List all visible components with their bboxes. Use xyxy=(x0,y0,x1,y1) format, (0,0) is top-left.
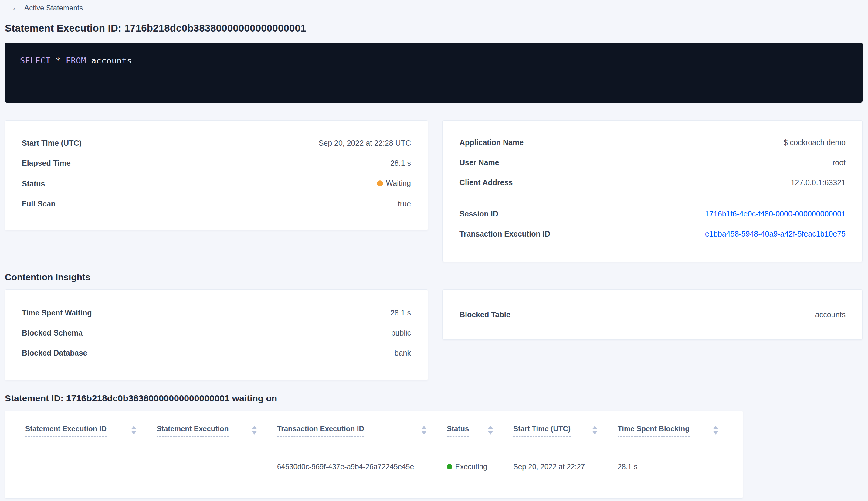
waiting-on-table: Statement Execution ID Statement Executi… xyxy=(5,411,743,499)
time-spent-waiting-label: Time Spent Waiting xyxy=(22,309,92,317)
blocked-schema-value: public xyxy=(391,329,411,337)
status-label: Status xyxy=(22,180,45,188)
contention-row-blocked-schema: Blocked Schema public xyxy=(22,329,411,337)
status-value: Waiting xyxy=(386,180,411,187)
application-name-label: Application Name xyxy=(459,139,523,146)
contention-insights-heading: Contention Insights xyxy=(5,272,862,283)
sort-icon xyxy=(488,425,493,435)
status-waiting-dot-icon xyxy=(377,180,383,186)
column-header-label: Transaction Execution ID xyxy=(277,425,364,437)
user-name-label: User Name xyxy=(459,159,499,167)
cell-start-time: Sep 20, 2022 at 22:27 xyxy=(505,462,610,471)
sql-keyword-select: SELECT xyxy=(20,56,51,65)
back-link-label: Active Statements xyxy=(24,4,83,12)
session-row-session-id: Session ID 1716b1f6-4e0c-f480-0000-00000… xyxy=(459,210,846,218)
blocked-table-value: accounts xyxy=(815,311,846,319)
back-link-active-statements[interactable]: ← Active Statements xyxy=(12,4,83,12)
session-id-link[interactable]: 1716b1f6-4e0c-f480-0000-000000000001 xyxy=(705,210,846,218)
column-header-label: Statement Execution ID xyxy=(25,425,107,437)
user-name-value: root xyxy=(833,159,846,167)
full-scan-label: Full Scan xyxy=(22,200,56,208)
column-header-statement-execution-id[interactable]: Statement Execution ID xyxy=(17,425,149,445)
column-header-label: Status xyxy=(447,425,469,437)
column-header-label: Statement Execution xyxy=(156,425,229,437)
cell-status-value: Executing xyxy=(455,462,487,471)
overview-row-full-scan: Full Scan true xyxy=(22,200,411,208)
contention-left-card: Time Spent Waiting 28.1 s Blocked Schema… xyxy=(5,289,428,381)
full-scan-value: true xyxy=(398,200,411,208)
column-header-transaction-execution-id[interactable]: Transaction Execution ID xyxy=(269,425,439,445)
table-row: 64530d0c-969f-437e-a9b4-26a72245e45e Exe… xyxy=(17,446,730,488)
blocked-database-label: Blocked Database xyxy=(22,349,87,357)
client-address-value: 127.0.0.1:63321 xyxy=(791,179,846,186)
sql-star: * xyxy=(51,56,66,65)
start-time-label: Start Time (UTC) xyxy=(22,139,82,147)
status-badge: Waiting xyxy=(377,180,411,187)
overview-row-elapsed-time: Elapsed Time 28.1 s xyxy=(22,159,411,167)
sort-icon xyxy=(713,425,718,435)
column-header-label: Time Spent Blocking xyxy=(618,425,690,437)
session-card-divider xyxy=(459,199,846,199)
session-row-application-name: Application Name $ cockroach demo xyxy=(459,139,846,146)
transaction-execution-id-label: Transaction Execution ID xyxy=(459,230,550,238)
blocked-table-label: Blocked Table xyxy=(459,311,510,319)
blocked-schema-label: Blocked Schema xyxy=(22,329,83,337)
back-arrow-icon: ← xyxy=(12,4,20,12)
sort-icon xyxy=(252,425,257,435)
column-header-status[interactable]: Status xyxy=(439,425,505,445)
application-name-value: $ cockroach demo xyxy=(784,139,846,146)
client-address-label: Client Address xyxy=(459,179,513,186)
time-spent-waiting-value: 28.1 s xyxy=(390,309,411,317)
cell-status: Executing xyxy=(439,462,505,471)
transaction-execution-id-link[interactable]: e1bba458-5948-40a9-a42f-5feac1b10e75 xyxy=(705,230,846,238)
sort-icon xyxy=(131,425,137,435)
session-row-transaction-execution-id: Transaction Execution ID e1bba458-5948-4… xyxy=(459,230,846,238)
sort-icon xyxy=(421,425,427,435)
column-header-time-spent-blocking[interactable]: Time Spent Blocking xyxy=(610,425,730,445)
sql-statement-box: SELECT * FROM accounts xyxy=(5,43,862,103)
waiting-table-header-row: Statement Execution ID Statement Executi… xyxy=(17,411,730,446)
contention-row-blocked-database: Blocked Database bank xyxy=(22,349,411,357)
overview-card: Start Time (UTC) Sep 20, 2022 at 22:28 U… xyxy=(5,120,428,231)
column-header-label: Start Time (UTC) xyxy=(513,425,571,437)
page-title: Statement Execution ID: 1716b218dc0b3838… xyxy=(5,22,862,34)
column-header-statement-execution[interactable]: Statement Execution xyxy=(149,425,269,445)
contention-right-card: Blocked Table accounts xyxy=(443,289,862,340)
elapsed-time-value: 28.1 s xyxy=(390,159,411,167)
column-header-start-time[interactable]: Start Time (UTC) xyxy=(505,425,610,445)
session-card: Application Name $ cockroach demo User N… xyxy=(443,120,862,262)
overview-row-status: Status Waiting xyxy=(22,180,411,188)
contention-row-time-spent-waiting: Time Spent Waiting 28.1 s xyxy=(22,309,411,317)
status-executing-dot-icon xyxy=(447,464,452,469)
waiting-on-heading: Statement ID: 1716b218dc0b38380000000000… xyxy=(5,393,862,404)
cell-time-spent-blocking: 28.1 s xyxy=(610,462,730,471)
overview-row-start-time: Start Time (UTC) Sep 20, 2022 at 22:28 U… xyxy=(22,139,411,147)
contention-row-blocked-table: Blocked Table accounts xyxy=(459,311,846,319)
sort-icon xyxy=(592,425,598,435)
sql-keyword-from: FROM xyxy=(66,56,86,65)
session-id-label: Session ID xyxy=(459,210,498,218)
start-time-value: Sep 20, 2022 at 22:28 UTC xyxy=(319,139,411,147)
cell-transaction-execution-id: 64530d0c-969f-437e-a9b4-26a72245e45e xyxy=(269,462,439,471)
session-row-client-address: Client Address 127.0.0.1:63321 xyxy=(459,179,846,186)
session-row-user-name: User Name root xyxy=(459,159,846,167)
statement-details-page: ← Active Statements Statement Execution … xyxy=(0,0,868,499)
sql-table-name: accounts xyxy=(86,56,132,65)
blocked-database-value: bank xyxy=(394,349,411,357)
elapsed-time-label: Elapsed Time xyxy=(22,159,71,167)
